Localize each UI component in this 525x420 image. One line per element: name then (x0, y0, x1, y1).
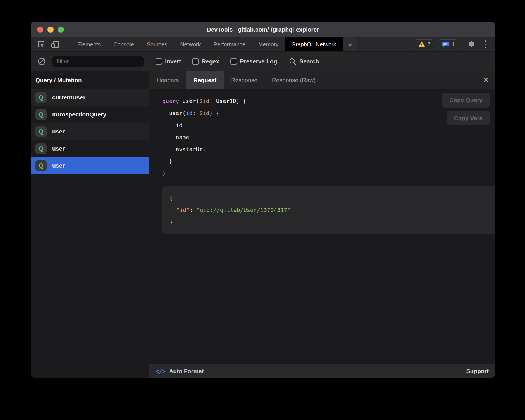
toolbar-left-icons (31, 37, 68, 51)
traffic-lights (37, 27, 64, 33)
issues-count: 1 (452, 41, 455, 48)
tab-performance[interactable]: Performance (207, 37, 252, 51)
detail-tabs: Headers Request Response Response (Raw) … (149, 71, 495, 89)
preserve-log-checkbox-group[interactable]: Preserve Log (230, 58, 277, 65)
tab-memory[interactable]: Memory (252, 37, 285, 51)
request-detail-panel: Headers Request Response Response (Raw) … (149, 71, 495, 378)
minimize-window-button[interactable] (47, 27, 54, 33)
device-toolbar-icon[interactable] (50, 39, 60, 49)
zoom-window-button[interactable] (58, 27, 64, 33)
query-type-badge: Q (35, 160, 47, 171)
window-title: DevTools - gitlab.com/-/graphql-explorer (31, 26, 495, 33)
toolbar-right-divider (462, 40, 462, 48)
issues-badge[interactable]: 1 (438, 39, 458, 49)
block-requests-icon[interactable] (37, 56, 47, 66)
titlebar: DevTools - gitlab.com/-/graphql-explorer (31, 22, 495, 37)
request-tab-body: query user($id: UserID) { user(id: $id) … (149, 89, 495, 364)
filter-input[interactable] (52, 56, 144, 67)
kebab-menu-icon[interactable] (480, 39, 490, 49)
panel-tabs: Elements Console Sources Network Perform… (71, 37, 357, 51)
preserve-log-checkbox[interactable] (230, 58, 237, 65)
query-list-panel: Query / Mutation Q currentUser Q Introsp… (31, 71, 149, 378)
message-bubble-icon (442, 41, 449, 48)
warnings-badge[interactable]: 7 (415, 39, 434, 49)
devtools-toolbar: Elements Console Sources Network Perform… (31, 37, 495, 51)
query-variables-box: { "id": "gid://gitlab/User/13704317"} (162, 186, 495, 234)
query-list-item-user-3-selected[interactable]: Q user (31, 157, 149, 174)
auto-format-control[interactable]: </> Auto Format (156, 368, 204, 374)
copy-buttons: Copy Query Copy Vars (442, 93, 490, 125)
regex-checkbox[interactable] (192, 58, 199, 65)
settings-gear-icon[interactable] (466, 39, 476, 49)
main-content: Query / Mutation Q currentUser Q Introsp… (31, 71, 495, 378)
tab-graphql-network[interactable]: GraphQL Network (285, 37, 342, 51)
copy-vars-button[interactable]: Copy Vars (447, 111, 490, 125)
query-type-badge: Q (35, 92, 47, 103)
query-list-item-currentuser[interactable]: Q currentUser (31, 89, 149, 106)
tab-response-raw[interactable]: Response (Raw) (265, 71, 323, 89)
invert-checkbox[interactable] (156, 58, 162, 65)
close-detail-icon[interactable]: ✕ (477, 71, 495, 89)
regex-checkbox-group[interactable]: Regex (192, 58, 219, 65)
tab-request[interactable]: Request (186, 71, 224, 89)
filter-bar: Invert Regex Preserve Log Search (31, 51, 495, 71)
query-type-badge: Q (35, 143, 47, 154)
query-list-item-user-1[interactable]: Q user (31, 123, 149, 140)
invert-checkbox-group[interactable]: Invert (156, 58, 181, 65)
query-type-badge: Q (35, 126, 47, 137)
more-tabs-chevron-icon[interactable]: » (343, 37, 357, 51)
warnings-count: 7 (428, 41, 431, 48)
search-label: Search (299, 58, 319, 65)
query-list-item-user-2[interactable]: Q user (31, 140, 149, 157)
tab-sources[interactable]: Sources (140, 37, 174, 51)
search-control[interactable]: Search (289, 58, 319, 65)
detail-footer: </> Auto Format Support (149, 364, 495, 378)
tab-network[interactable]: Network (174, 37, 207, 51)
tab-console[interactable]: Console (107, 37, 140, 51)
devtools-window: DevTools - gitlab.com/-/graphql-explorer… (31, 22, 495, 378)
tab-headers[interactable]: Headers (149, 71, 186, 89)
code-format-icon: </> (156, 368, 166, 374)
search-icon (289, 58, 297, 65)
tab-elements[interactable]: Elements (71, 37, 107, 51)
auto-format-label: Auto Format (169, 368, 204, 374)
close-window-button[interactable] (37, 27, 43, 33)
invert-label: Invert (165, 58, 181, 65)
toolbar-divider (64, 40, 64, 48)
copy-query-button[interactable]: Copy Query (442, 93, 490, 108)
inspect-element-icon[interactable] (36, 39, 46, 49)
query-list-item-introspectionquery[interactable]: Q IntrospectionQuery (31, 106, 149, 123)
tab-response[interactable]: Response (224, 71, 265, 89)
regex-label: Regex (202, 58, 219, 65)
query-type-badge: Q (35, 109, 47, 120)
query-list-header: Query / Mutation (31, 71, 149, 89)
preserve-log-label: Preserve Log (240, 58, 277, 65)
toolbar-right: 7 1 (415, 37, 495, 51)
warning-triangle-icon (418, 41, 425, 47)
support-link[interactable]: Support (466, 368, 489, 374)
